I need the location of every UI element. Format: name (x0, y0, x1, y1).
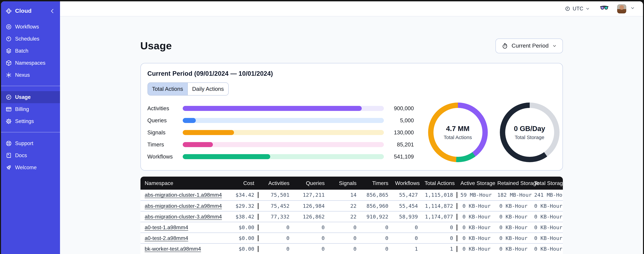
total-actions-label: Total Actions (444, 134, 472, 140)
bar-value: 85,201 (384, 141, 414, 148)
namespace-link[interactable]: a0-test-2.a98mm4 (145, 235, 188, 241)
namespace-cell: abs-migration-cluster-1.a98mm4 (140, 192, 228, 198)
chevron-down-icon (630, 6, 635, 12)
sidebar-item-billing[interactable]: Billing (1, 103, 60, 115)
value-cell: $38.42 (228, 214, 258, 220)
column-header: Queries (293, 180, 328, 186)
donut-center: 0 GB/Day Total Storage (500, 102, 559, 162)
brand-label: Cloud (15, 8, 32, 14)
column-header: Signals (328, 180, 360, 186)
value-cell: 59 MB-Hour (456, 192, 494, 198)
value-cell: 58,939 (392, 214, 421, 220)
batch-icon (5, 48, 12, 54)
usage-bar-fill (182, 106, 362, 111)
sidebar-collapse-button[interactable] (49, 8, 56, 14)
column-header: Namespace (140, 180, 228, 186)
usage-bar-track (182, 142, 384, 147)
sidebar-item-label: Workflows (15, 24, 39, 30)
value-cell: 22 (328, 203, 360, 209)
sidebar-item-batch[interactable]: Batch (1, 45, 60, 57)
usage-icon (5, 94, 12, 100)
usage-bar-track (182, 118, 384, 123)
value-cell: 0 (328, 224, 360, 230)
namespace-link[interactable]: a0-test-1.a98mm4 (145, 224, 188, 230)
value-cell: 14 (328, 192, 360, 198)
value-cell: 0 (258, 246, 293, 252)
sidebar-item-support[interactable]: Support (1, 138, 60, 150)
tab-daily-actions[interactable]: Daily Actions (188, 83, 228, 95)
usage-bar-row: Signals130,000 (147, 129, 414, 136)
usage-bar-track (182, 154, 384, 159)
value-cell: 0 KB-Hour (456, 203, 494, 209)
value-cell: 0 KB-Hour (456, 224, 494, 230)
namespace-link[interactable]: bk-worker-test.a98mm4 (145, 246, 201, 252)
value-cell: 1,114,872 (421, 203, 456, 209)
namespace-usage-table: NamespaceCostActivitiesQueriesSignalsTim… (140, 176, 563, 254)
total-storage-donut: 0 GB/Day Total Storage (500, 102, 559, 162)
sidebar-item-label: Namespaces (15, 60, 46, 66)
value-cell: 0 (421, 224, 456, 230)
page-title: Usage (140, 40, 172, 52)
sidebar-item-nexus[interactable]: Nexus (1, 69, 60, 81)
value-cell: 1 (421, 246, 456, 252)
value-cell: 75,501 (258, 192, 293, 198)
table-row: abs-migration-cluster-1.a98mm4$34.4275,5… (140, 190, 563, 200)
namespace-link[interactable]: abs-migration-cluster-1.a98mm4 (145, 192, 222, 198)
value-cell: 0 (258, 224, 293, 230)
table-row: bk-worker-test.a98mm4$0.000000110 KB-Hou… (140, 243, 563, 254)
sidebar-item-usage[interactable]: Usage (1, 91, 60, 103)
value-cell: 55,454 (392, 203, 421, 209)
sidebar-item-label: Batch (15, 48, 28, 54)
period-selector-label: Current Period (512, 42, 548, 49)
content: Usage Current Period Current Period (09/… (60, 16, 643, 254)
user-menu-button[interactable] (630, 6, 635, 12)
namespace-link[interactable]: abs-migration-cluster-3.a98mm4 (145, 214, 222, 219)
value-cell: $0.00 (228, 235, 258, 241)
tab-total-actions[interactable]: Total Actions (148, 83, 188, 95)
value-cell: 0 (328, 235, 360, 241)
period-selector-button[interactable]: Current Period (496, 38, 563, 53)
value-cell: 0 (293, 235, 328, 241)
value-cell: 856,865 (360, 192, 392, 198)
value-cell: 0 (258, 235, 293, 241)
sidebar-item-namespaces[interactable]: Namespaces (1, 57, 60, 69)
sidebar-item-schedules[interactable]: Schedules (1, 33, 60, 45)
column-header: Timers (360, 180, 392, 186)
table-row: abs-migration-cluster-3.a98mm4$38.4277,3… (140, 211, 563, 222)
namespace-link[interactable]: abs-migration-cluster-2.a98mm4 (145, 203, 222, 208)
sidebar-item-welcome[interactable]: Welcome (1, 162, 60, 174)
value-cell: 1,115,018 (421, 192, 456, 198)
sidebar-nav: WorkflowsSchedulesBatchNamespacesNexusUs… (1, 18, 60, 174)
sidebar-item-settings[interactable]: Settings (1, 115, 60, 127)
bar-label: Timers (147, 141, 182, 148)
column-header: Activities (258, 180, 293, 186)
namespace-cell: abs-migration-cluster-3.a98mm4 (140, 214, 228, 220)
avatar[interactable] (617, 4, 626, 13)
value-cell: 0 KB-Hour (494, 235, 531, 241)
timezone-selector[interactable]: UTC (564, 6, 590, 12)
sidebar-item-docs[interactable]: Docs (1, 150, 60, 162)
usage-chart-area: Activities900,000Queries5,000Signals130,… (147, 102, 556, 162)
total-storage-value: 0 GB/Day (514, 125, 545, 133)
bar-label: Signals (147, 129, 182, 136)
billing-icon (5, 106, 12, 112)
clock-icon (564, 6, 570, 12)
sidebar-divider (1, 132, 60, 132)
actions-tabs: Total Actions Daily Actions (147, 82, 228, 96)
usage-bars: Activities900,000Queries5,000Signals130,… (147, 105, 414, 160)
value-cell: 910,922 (360, 214, 392, 220)
sidebar-item-label: Nexus (15, 72, 30, 78)
sidebar: Cloud WorkflowsSchedulesBatchNamespacesN… (1, 1, 60, 254)
usage-bar-row: Queries5,000 (147, 117, 414, 124)
column-header: Total Storage (531, 180, 563, 186)
value-cell: 1 (392, 246, 421, 252)
value-cell: 0 KB-Hour (531, 203, 563, 209)
bar-label: Queries (147, 117, 182, 124)
sidebar-item-workflows[interactable]: Workflows (1, 21, 60, 33)
feedback-glasses-button[interactable] (600, 5, 608, 12)
usage-bar-track (182, 106, 384, 111)
sidebar-brand: Cloud (1, 5, 60, 18)
value-cell: 0 KB-Hour (456, 235, 494, 241)
column-header: Workflows (392, 180, 421, 186)
value-cell: 126,862 (293, 214, 328, 220)
